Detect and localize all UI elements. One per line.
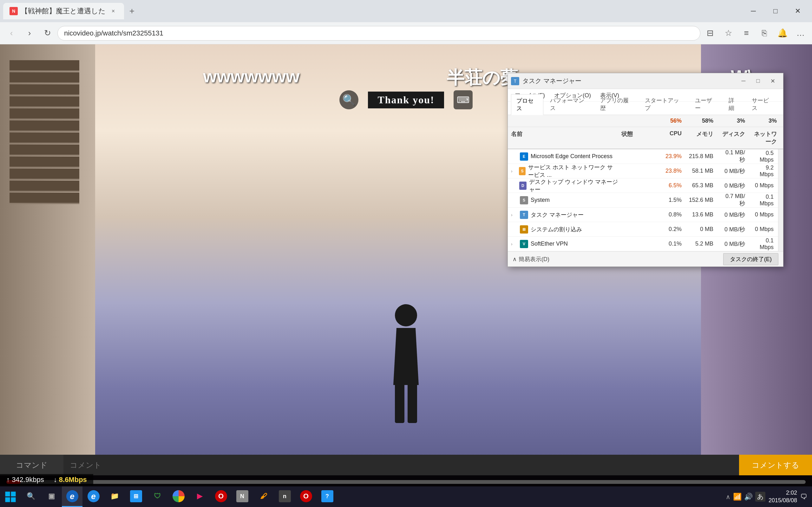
locker-panel bbox=[9, 181, 79, 192]
taskbar-icon-opera2[interactable]: O bbox=[296, 487, 316, 507]
tm-tab-services[interactable]: サービス bbox=[746, 94, 779, 115]
locker-panel bbox=[9, 169, 79, 180]
taskbar-search-button[interactable]: 🔍 bbox=[20, 487, 41, 507]
minimize-button[interactable]: ─ bbox=[742, 0, 764, 22]
process-memory: 13.6 MB bbox=[685, 210, 716, 219]
comment-input[interactable] bbox=[63, 455, 739, 475]
opera-icon: O bbox=[215, 490, 227, 502]
new-tab-button[interactable]: + bbox=[124, 3, 140, 19]
active-tab[interactable]: N 【戦神館】魔王と遭遇した × bbox=[3, 3, 124, 19]
chrome-icon bbox=[172, 490, 185, 502]
keyboard-icon[interactable]: ⌨ bbox=[454, 90, 473, 109]
favorites-button[interactable]: ☆ bbox=[720, 25, 737, 42]
tab-bar: N 【戦神館】魔王と遭遇した × + ─ □ ✕ bbox=[0, 0, 812, 22]
taskbar-right: ∧ 📶 🔊 あ 2:02 2015/08/08 🗨 bbox=[726, 489, 812, 504]
task-manager-scrollbar[interactable] bbox=[778, 149, 783, 251]
taskbar-icon-chrome[interactable] bbox=[168, 487, 189, 507]
edge-icon: e bbox=[66, 490, 78, 502]
forward-button[interactable]: › bbox=[21, 25, 38, 42]
tm-close-button[interactable]: ✕ bbox=[765, 74, 780, 89]
more-button[interactable]: … bbox=[792, 25, 809, 42]
process-icon: S bbox=[519, 167, 526, 175]
tm-tab-performance[interactable]: パフォーマンス bbox=[545, 94, 594, 115]
col-header-cpu[interactable]: CPU bbox=[659, 129, 685, 147]
opera2-icon: O bbox=[300, 490, 312, 502]
table-row[interactable]: › T タスク マネージャー 0.8% 13.6 MB 0 MB/秒 0 Mbp… bbox=[508, 208, 783, 222]
process-disk: 0 MB/秒 bbox=[716, 239, 748, 249]
process-status bbox=[618, 214, 659, 216]
taskbar-icon-edge[interactable]: e bbox=[62, 487, 83, 507]
refresh-button[interactable]: ↻ bbox=[39, 25, 56, 42]
progress-bar[interactable] bbox=[6, 480, 806, 484]
taskbar-icon-media[interactable]: ▶ bbox=[189, 487, 210, 507]
col-header-status[interactable]: 状態 bbox=[618, 129, 659, 147]
network-icon[interactable]: 📶 bbox=[733, 493, 742, 501]
table-row[interactable]: › V SoftEther VPN 0.1% 5.2 MB 0 MB/秒 0.1… bbox=[508, 237, 783, 251]
process-name: › S サービス ホスト ネットワーク サービス ... bbox=[508, 164, 618, 179]
process-status bbox=[618, 228, 659, 231]
tm-minimize-button[interactable]: ─ bbox=[736, 74, 751, 89]
address-bar[interactable]: nicovideo.jp/watch/sm23255131 bbox=[57, 26, 700, 41]
system-clock[interactable]: 2:02 2015/08/08 bbox=[768, 489, 797, 504]
clock-time: 2:02 bbox=[768, 489, 797, 497]
danmaku-text: wwwwwww bbox=[203, 66, 300, 87]
paint-icon: 🖌 bbox=[258, 490, 270, 502]
tm-tab-app-history[interactable]: アプリの履歴 bbox=[595, 94, 638, 115]
col-header-disk[interactable]: ディスク bbox=[716, 129, 748, 147]
notifications-button[interactable]: 🔔 bbox=[774, 25, 791, 42]
ime-icon[interactable]: あ bbox=[755, 492, 765, 502]
tab-close-button[interactable]: × bbox=[109, 7, 118, 15]
close-button[interactable]: ✕ bbox=[786, 0, 809, 22]
taskbar-icon-unknown[interactable]: ? bbox=[317, 487, 338, 507]
summary-network: 3% bbox=[748, 116, 783, 125]
taskbar-task-view-button[interactable]: ▣ bbox=[41, 487, 62, 507]
menu-button[interactable]: ≡ bbox=[738, 25, 755, 42]
tm-tab-users[interactable]: ユーザー bbox=[690, 94, 722, 115]
col-header-network[interactable]: ネットワーク bbox=[748, 129, 783, 147]
comment-bar: コマンド コメントする bbox=[0, 455, 812, 475]
magnifier-icon[interactable]: 🔍 bbox=[339, 90, 358, 109]
locker-panel bbox=[9, 120, 79, 132]
col-header-name[interactable]: 名前 bbox=[508, 129, 618, 147]
col-header-memory[interactable]: メモリ bbox=[685, 129, 716, 147]
task-manager-window-controls: ─ □ ✕ bbox=[736, 74, 780, 89]
restore-button[interactable]: □ bbox=[764, 0, 786, 22]
taskbar-icon-store[interactable]: ⊞ bbox=[125, 487, 146, 507]
taskbar-icon-paint[interactable]: 🖌 bbox=[253, 487, 274, 507]
task-manager-header: 名前 状態 CPU メモリ ディスク ネットワーク bbox=[508, 127, 783, 149]
tm-restore-button[interactable]: □ bbox=[751, 74, 765, 89]
taskbar-icon-niconico[interactable]: N bbox=[232, 487, 252, 507]
reading-view-button[interactable]: ⊟ bbox=[702, 25, 718, 42]
svg-rect-1 bbox=[11, 492, 15, 496]
niconico-icon: N bbox=[236, 490, 248, 502]
table-row[interactable]: S System 1.5% 152.6 MB 0.7 MB/秒 0.1 Mbps bbox=[508, 193, 783, 208]
start-button[interactable] bbox=[0, 487, 20, 507]
task-manager-titlebar: T タスク マネージャー ─ □ ✕ bbox=[508, 73, 783, 89]
taskbar-icon-file-explorer[interactable]: 📁 bbox=[104, 487, 125, 507]
process-disk: 0 MB/秒 bbox=[716, 210, 748, 220]
taskbar-icon-app2[interactable]: n bbox=[274, 487, 295, 507]
back-button[interactable]: ‹ bbox=[3, 25, 20, 42]
table-row[interactable]: E Microsoft Edge Content Process 23.9% 2… bbox=[508, 149, 783, 164]
tm-tab-processes[interactable]: プロセス bbox=[511, 94, 543, 115]
net-speed-display: ↑ 342.9kbps ↓ 8.6Mbps bbox=[0, 474, 93, 486]
comment-submit-button[interactable]: コメントする bbox=[739, 455, 812, 475]
taskbar-icon-defender[interactable]: 🛡 bbox=[147, 487, 167, 507]
action-center-icon[interactable]: 🗨 bbox=[800, 493, 807, 501]
taskbar-icon-opera[interactable]: O bbox=[211, 487, 231, 507]
table-row[interactable]: › S サービス ホスト ネットワーク サービス ... 23.8% 58.1 … bbox=[508, 164, 783, 178]
volume-tray-icon[interactable]: 🔊 bbox=[744, 493, 753, 501]
taskbar-icon-ie[interactable]: e bbox=[83, 487, 104, 507]
simple-view-button[interactable]: ∧ 簡易表示(D) bbox=[513, 256, 549, 263]
end-task-button[interactable]: タスクの終了(E) bbox=[723, 253, 778, 265]
process-name: › V SoftEther VPN bbox=[508, 240, 618, 248]
table-row[interactable]: D デスクトップ ウィンドウ マネージャー 6.5% 65.3 MB 0 MB/… bbox=[508, 178, 783, 193]
share-button[interactable]: ⎘ bbox=[756, 25, 773, 42]
table-row[interactable]: ⊞ システムの割り込み 0.2% 0 MB 0 MB/秒 0 Mbps bbox=[508, 222, 783, 237]
process-icon: S bbox=[520, 196, 528, 205]
tm-tab-details[interactable]: 詳細 bbox=[723, 94, 745, 115]
process-name: › T タスク マネージャー bbox=[508, 211, 618, 219]
tm-tab-startup[interactable]: スタートアップ bbox=[640, 94, 688, 115]
tray-up-arrow-icon[interactable]: ∧ bbox=[726, 493, 730, 501]
svg-rect-2 bbox=[5, 497, 10, 502]
